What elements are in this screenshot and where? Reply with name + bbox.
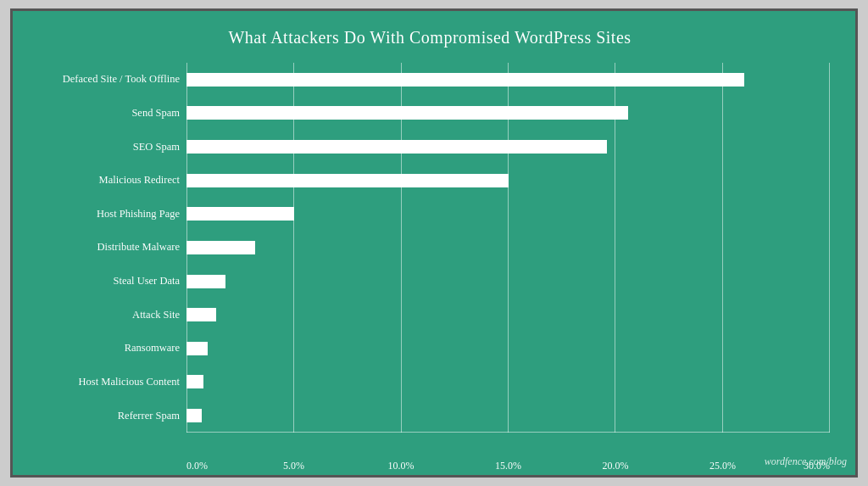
y-label: Host Phishing Page [30,208,180,221]
bar-row [186,171,830,190]
x-label: 5.0% [283,460,304,472]
bar [186,73,744,87]
y-label: Ransomware [30,342,180,355]
watermark: wordfence.com/blog [765,455,847,468]
chart-container: What Attackers Do With Compromised WordP… [10,8,858,478]
y-label: Send Spam [30,107,180,120]
x-label: 20.0% [603,460,629,472]
bar [186,207,294,221]
y-label: Defaced Site / Took Offline [30,73,180,86]
x-label: 15.0% [495,460,521,472]
bars-area: 0.0%5.0%10.0%15.0%20.0%25.0%30.0% [186,63,830,433]
bar [186,409,202,422]
bar [186,275,225,288]
x-label: 0.0% [186,460,208,472]
y-label: Distribute Malware [30,241,180,254]
y-label: SEO Spam [30,141,180,154]
y-axis-labels: Defaced Site / Took OfflineSend SpamSEO … [30,63,186,433]
bar-row [186,137,830,156]
y-label: Host Malicious Content [30,376,180,388]
bar [186,342,208,355]
bar [186,241,255,254]
bar-row [186,272,830,291]
bar [186,140,607,154]
y-label: Referrer Spam [30,410,180,422]
bar-row [186,238,830,257]
y-label: Attack Site [30,309,180,321]
bar [186,174,509,187]
bar [186,308,216,321]
bar-row [186,406,830,425]
chart-area: Defaced Site / Took OfflineSend SpamSEO … [30,63,830,433]
y-label: Steal User Data [30,275,180,288]
x-label: 25.0% [709,460,736,472]
y-label: Malicious Redirect [30,174,180,187]
x-label: 10.0% [388,460,415,472]
bar-row [186,305,830,324]
bar [186,375,203,388]
chart-title: What Attackers Do With Compromised WordP… [30,28,830,47]
bar-row [186,204,830,223]
bar [186,106,628,120]
bar-row [186,70,830,89]
bar-row [186,372,830,391]
bar-row [186,339,830,358]
bar-row [186,103,830,122]
